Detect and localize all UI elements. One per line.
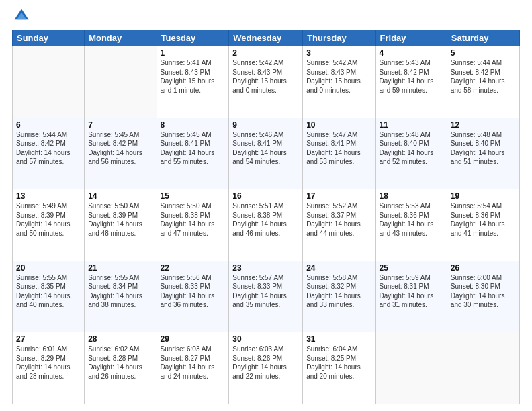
day-detail: Sunrise: 6:00 AM Sunset: 8:30 PM Dayligh… bbox=[451, 273, 516, 310]
calendar-cell: 13Sunrise: 5:49 AM Sunset: 8:39 PM Dayli… bbox=[13, 189, 85, 261]
day-detail: Sunrise: 5:44 AM Sunset: 8:42 PM Dayligh… bbox=[451, 58, 516, 95]
day-number: 30 bbox=[232, 334, 299, 344]
day-number: 19 bbox=[451, 191, 516, 201]
calendar-day-header: Friday bbox=[375, 30, 447, 46]
day-detail: Sunrise: 5:48 AM Sunset: 8:40 PM Dayligh… bbox=[380, 130, 443, 167]
day-number: 14 bbox=[88, 191, 152, 201]
calendar-cell: 22Sunrise: 5:56 AM Sunset: 8:33 PM Dayli… bbox=[157, 261, 229, 332]
calendar-cell bbox=[447, 332, 519, 404]
day-number: 28 bbox=[88, 334, 152, 344]
page: SundayMondayTuesdayWednesdayThursdayFrid… bbox=[0, 0, 532, 411]
day-detail: Sunrise: 5:54 AM Sunset: 8:36 PM Dayligh… bbox=[451, 201, 516, 238]
calendar-cell: 12Sunrise: 5:48 AM Sunset: 8:40 PM Dayli… bbox=[447, 118, 519, 189]
logo bbox=[12, 7, 34, 26]
day-number: 13 bbox=[16, 191, 81, 201]
day-detail: Sunrise: 5:42 AM Sunset: 8:43 PM Dayligh… bbox=[232, 58, 299, 95]
calendar-cell: 27Sunrise: 6:01 AM Sunset: 8:29 PM Dayli… bbox=[13, 332, 85, 404]
day-number: 27 bbox=[16, 334, 81, 344]
day-number: 20 bbox=[16, 263, 81, 273]
day-detail: Sunrise: 5:55 AM Sunset: 8:35 PM Dayligh… bbox=[16, 273, 81, 310]
day-detail: Sunrise: 5:47 AM Sunset: 8:41 PM Dayligh… bbox=[306, 130, 371, 167]
calendar-cell: 7Sunrise: 5:45 AM Sunset: 8:42 PM Daylig… bbox=[85, 118, 157, 189]
calendar-cell: 1Sunrise: 5:41 AM Sunset: 8:43 PM Daylig… bbox=[157, 46, 229, 118]
calendar-week-row: 13Sunrise: 5:49 AM Sunset: 8:39 PM Dayli… bbox=[13, 189, 520, 261]
calendar-day-header: Wednesday bbox=[229, 30, 303, 46]
day-detail: Sunrise: 5:49 AM Sunset: 8:39 PM Dayligh… bbox=[16, 201, 81, 238]
calendar-cell: 16Sunrise: 5:51 AM Sunset: 8:38 PM Dayli… bbox=[229, 189, 303, 261]
day-detail: Sunrise: 5:59 AM Sunset: 8:31 PM Dayligh… bbox=[380, 273, 443, 310]
day-number: 24 bbox=[306, 263, 371, 273]
day-number: 9 bbox=[232, 120, 299, 130]
calendar-cell: 20Sunrise: 5:55 AM Sunset: 8:35 PM Dayli… bbox=[13, 261, 85, 332]
day-number: 18 bbox=[380, 191, 443, 201]
day-detail: Sunrise: 5:45 AM Sunset: 8:42 PM Dayligh… bbox=[88, 130, 152, 167]
day-detail: Sunrise: 5:53 AM Sunset: 8:36 PM Dayligh… bbox=[380, 201, 443, 238]
day-number: 12 bbox=[451, 120, 516, 130]
calendar-cell: 9Sunrise: 5:46 AM Sunset: 8:41 PM Daylig… bbox=[229, 118, 303, 189]
calendar-cell: 31Sunrise: 6:04 AM Sunset: 8:25 PM Dayli… bbox=[303, 332, 375, 404]
calendar-cell: 10Sunrise: 5:47 AM Sunset: 8:41 PM Dayli… bbox=[303, 118, 375, 189]
day-detail: Sunrise: 5:44 AM Sunset: 8:42 PM Dayligh… bbox=[16, 130, 81, 167]
calendar-week-row: 6Sunrise: 5:44 AM Sunset: 8:42 PM Daylig… bbox=[13, 118, 520, 189]
calendar-cell: 28Sunrise: 6:02 AM Sunset: 8:28 PM Dayli… bbox=[85, 332, 157, 404]
day-number: 31 bbox=[306, 334, 371, 344]
day-detail: Sunrise: 5:45 AM Sunset: 8:41 PM Dayligh… bbox=[161, 130, 226, 167]
calendar-cell: 8Sunrise: 5:45 AM Sunset: 8:41 PM Daylig… bbox=[157, 118, 229, 189]
day-number: 22 bbox=[161, 263, 226, 273]
calendar-cell: 25Sunrise: 5:59 AM Sunset: 8:31 PM Dayli… bbox=[375, 261, 447, 332]
day-number: 29 bbox=[161, 334, 226, 344]
calendar-cell: 26Sunrise: 6:00 AM Sunset: 8:30 PM Dayli… bbox=[447, 261, 519, 332]
day-number: 21 bbox=[88, 263, 152, 273]
calendar-cell bbox=[85, 46, 157, 118]
calendar-day-header: Sunday bbox=[13, 30, 85, 46]
calendar-day-header: Saturday bbox=[447, 30, 519, 46]
day-number: 7 bbox=[88, 120, 152, 130]
calendar-cell: 17Sunrise: 5:52 AM Sunset: 8:37 PM Dayli… bbox=[303, 189, 375, 261]
calendar-day-header: Monday bbox=[85, 30, 157, 46]
calendar-cell: 23Sunrise: 5:57 AM Sunset: 8:33 PM Dayli… bbox=[229, 261, 303, 332]
day-detail: Sunrise: 5:46 AM Sunset: 8:41 PM Dayligh… bbox=[232, 130, 299, 167]
day-detail: Sunrise: 6:02 AM Sunset: 8:28 PM Dayligh… bbox=[88, 345, 152, 381]
day-number: 2 bbox=[232, 48, 299, 58]
day-number: 23 bbox=[232, 263, 299, 273]
day-number: 10 bbox=[306, 120, 371, 130]
day-number: 3 bbox=[306, 48, 371, 58]
calendar-cell bbox=[13, 46, 85, 118]
day-detail: Sunrise: 6:01 AM Sunset: 8:29 PM Dayligh… bbox=[16, 345, 81, 381]
calendar-cell: 18Sunrise: 5:53 AM Sunset: 8:36 PM Dayli… bbox=[375, 189, 447, 261]
day-detail: Sunrise: 5:57 AM Sunset: 8:33 PM Dayligh… bbox=[232, 273, 299, 310]
calendar-cell: 21Sunrise: 5:55 AM Sunset: 8:34 PM Dayli… bbox=[85, 261, 157, 332]
calendar-day-header: Tuesday bbox=[157, 30, 229, 46]
day-number: 4 bbox=[380, 48, 443, 58]
calendar-cell bbox=[375, 332, 447, 404]
day-number: 11 bbox=[380, 120, 443, 130]
day-detail: Sunrise: 5:55 AM Sunset: 8:34 PM Dayligh… bbox=[88, 273, 152, 310]
calendar-cell: 19Sunrise: 5:54 AM Sunset: 8:36 PM Dayli… bbox=[447, 189, 519, 261]
calendar-day-header: Thursday bbox=[303, 30, 375, 46]
day-detail: Sunrise: 6:03 AM Sunset: 8:26 PM Dayligh… bbox=[232, 345, 299, 381]
day-detail: Sunrise: 5:58 AM Sunset: 8:32 PM Dayligh… bbox=[306, 273, 371, 310]
day-detail: Sunrise: 5:50 AM Sunset: 8:39 PM Dayligh… bbox=[88, 201, 152, 238]
day-number: 1 bbox=[161, 48, 226, 58]
calendar-cell: 30Sunrise: 6:03 AM Sunset: 8:26 PM Dayli… bbox=[229, 332, 303, 404]
day-detail: Sunrise: 6:03 AM Sunset: 8:27 PM Dayligh… bbox=[161, 345, 226, 381]
day-number: 25 bbox=[380, 263, 443, 273]
calendar-cell: 2Sunrise: 5:42 AM Sunset: 8:43 PM Daylig… bbox=[229, 46, 303, 118]
day-detail: Sunrise: 5:51 AM Sunset: 8:38 PM Dayligh… bbox=[232, 201, 299, 238]
day-number: 17 bbox=[306, 191, 371, 201]
day-detail: Sunrise: 5:50 AM Sunset: 8:38 PM Dayligh… bbox=[161, 201, 226, 238]
calendar-cell: 6Sunrise: 5:44 AM Sunset: 8:42 PM Daylig… bbox=[13, 118, 85, 189]
day-number: 8 bbox=[161, 120, 226, 130]
day-detail: Sunrise: 5:48 AM Sunset: 8:40 PM Dayligh… bbox=[451, 130, 516, 167]
day-detail: Sunrise: 5:41 AM Sunset: 8:43 PM Dayligh… bbox=[161, 58, 226, 95]
day-detail: Sunrise: 5:52 AM Sunset: 8:37 PM Dayligh… bbox=[306, 201, 371, 238]
logo-icon bbox=[12, 7, 31, 26]
calendar-cell: 5Sunrise: 5:44 AM Sunset: 8:42 PM Daylig… bbox=[447, 46, 519, 118]
calendar-cell: 11Sunrise: 5:48 AM Sunset: 8:40 PM Dayli… bbox=[375, 118, 447, 189]
day-detail: Sunrise: 5:42 AM Sunset: 8:43 PM Dayligh… bbox=[306, 58, 371, 95]
calendar-header-row: SundayMondayTuesdayWednesdayThursdayFrid… bbox=[13, 30, 520, 46]
calendar-week-row: 1Sunrise: 5:41 AM Sunset: 8:43 PM Daylig… bbox=[13, 46, 520, 118]
day-number: 15 bbox=[161, 191, 226, 201]
header bbox=[12, 7, 520, 26]
calendar-cell: 15Sunrise: 5:50 AM Sunset: 8:38 PM Dayli… bbox=[157, 189, 229, 261]
